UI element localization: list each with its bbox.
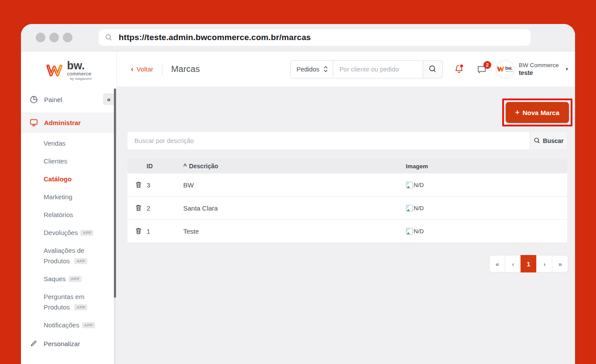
sidebar-item-label: Administrar — [44, 119, 81, 126]
user-name: BW Commerce — [519, 61, 559, 69]
table-row[interactable]: 2 Santa Clara N/D — [127, 197, 567, 220]
sidebar-item-clientes[interactable]: Clientes — [44, 156, 110, 167]
window-control-dot[interactable] — [63, 33, 72, 42]
sidebar-collapse-button[interactable]: « — [103, 93, 115, 105]
sidebar: bw. commerce by magazord « Painel — [21, 51, 117, 364]
sidebar-nav: Painel Administrar Vendas Clientes — [21, 94, 116, 349]
app-badge: APP — [74, 258, 87, 264]
row-description: Teste — [183, 228, 406, 235]
messages-button[interactable]: 2 — [476, 64, 487, 75]
row-image: N/D — [406, 204, 567, 212]
sidebar-item-label: Personalizar — [44, 340, 80, 347]
sidebar-item-personalizar[interactable]: Personalizar — [21, 338, 116, 349]
search-icon — [534, 137, 540, 144]
pagination: « ‹ 1 › » — [489, 255, 568, 272]
image-alt-text: N/D — [414, 205, 424, 211]
pagination-next-button[interactable]: › — [536, 255, 552, 272]
sidebar-item-saques[interactable]: SaquesAPP — [44, 274, 110, 284]
delete-button[interactable] — [135, 228, 142, 235]
logo-main-text: bw. — [67, 60, 91, 71]
avatar-logo-text: bw. — [505, 66, 514, 71]
chevron-down-icon[interactable]: ▾ — [565, 66, 568, 72]
brand-search-input[interactable] — [127, 132, 530, 150]
sidebar-item-devolucoes[interactable]: DevoluçõesAPP — [44, 228, 110, 238]
broken-image-icon — [406, 228, 413, 235]
row-image: N/D — [406, 181, 567, 189]
page-title: Marcas — [171, 64, 200, 74]
back-label: Voltar — [137, 65, 153, 73]
sidebar-item-notificacoes[interactable]: NotificaçõesAPP — [44, 320, 110, 330]
sidebar-item-perguntas-em-produtos[interactable]: Perguntas em Produtos APP — [44, 292, 110, 313]
brand-w-icon — [46, 64, 63, 77]
divider — [162, 64, 162, 75]
row-description: Santa Clara — [183, 204, 406, 212]
orders-search-input[interactable] — [333, 60, 423, 78]
image-alt-text: N/D — [414, 182, 424, 188]
delete-button[interactable] — [135, 204, 142, 211]
sidebar-item-label: Vendas — [44, 139, 65, 147]
app-badge: APP — [69, 276, 82, 282]
user-menu[interactable]: BW Commerce teste — [519, 61, 559, 77]
pagination-last-button[interactable]: » — [552, 255, 568, 272]
column-header-id[interactable]: ID — [147, 163, 183, 170]
sidebar-item-relatorios[interactable]: Relatórios — [44, 210, 110, 220]
pie-chart-icon — [30, 95, 38, 104]
brand-search-bar: Buscar — [127, 132, 567, 150]
pencil-icon — [30, 340, 38, 347]
select-value: Pedidos — [297, 66, 319, 73]
search-type-select[interactable]: Pedidos — [290, 60, 333, 78]
sidebar-item-label: Devoluções — [44, 229, 78, 236]
trash-icon — [135, 204, 142, 211]
delete-button[interactable] — [135, 181, 142, 188]
plus-icon: + — [515, 108, 520, 117]
nova-marca-button[interactable]: + Nova Marca — [506, 102, 569, 123]
sidebar-item-label: Marketing — [44, 193, 72, 201]
table-row[interactable]: 1 Teste N/D — [127, 220, 567, 243]
back-link[interactable]: ‹ Voltar — [131, 65, 153, 73]
pagination-first-button[interactable]: « — [489, 255, 505, 272]
table-row[interactable]: 3 BW N/D — [127, 173, 567, 197]
window-control-dot[interactable] — [36, 33, 45, 42]
sidebar-item-label: Notificações — [44, 321, 79, 329]
buscar-button[interactable]: Buscar — [530, 132, 567, 150]
sidebar-item-avaliacoes-de-produtos[interactable]: Avaliações de Produtos APP — [44, 245, 110, 266]
window-control-dot[interactable] — [49, 33, 59, 42]
trash-icon — [135, 181, 142, 188]
sidebar-item-label: Painel — [44, 96, 62, 103]
url-text: https://teste.admin.bwcommerce.com.br/ma… — [119, 33, 311, 42]
pagination-prev-button[interactable]: ‹ — [505, 255, 521, 272]
browser-window: https://teste.admin.bwcommerce.com.br/ma… — [21, 24, 575, 364]
buscar-label: Buscar — [543, 137, 563, 144]
url-bar[interactable]: https://teste.admin.bwcommerce.com.br/ma… — [99, 29, 531, 46]
user-avatar[interactable]: bw. commerce — [496, 60, 514, 78]
broken-image-icon — [406, 181, 413, 189]
brands-table: ID ^Descrição Imagem 3 BW — [127, 159, 567, 243]
broken-image-icon — [406, 204, 413, 212]
orders-search-button[interactable] — [423, 60, 443, 78]
sidebar-scrollbar[interactable] — [114, 88, 116, 364]
sidebar-item-marketing[interactable]: Marketing — [44, 192, 110, 202]
app-badge: APP — [82, 322, 95, 328]
sort-asc-icon: ^ — [183, 163, 187, 170]
sidebar-item-vendas[interactable]: Vendas — [44, 138, 110, 149]
avatar-logo-subtext: commerce — [505, 71, 514, 72]
scrollbar-thumb[interactable] — [114, 88, 116, 298]
column-header-descricao[interactable]: ^Descrição — [183, 163, 406, 170]
sidebar-item-painel[interactable]: Painel — [21, 94, 116, 105]
pagination-page-1-button[interactable]: 1 — [521, 255, 537, 272]
notifications-button[interactable] — [453, 64, 465, 75]
app-badge: APP — [74, 304, 87, 310]
app-topbar: ‹ Voltar Marcas Pedidos — [117, 51, 575, 87]
sidebar-item-catalogo[interactable]: Catálogo — [44, 174, 110, 184]
sort-arrows-icon — [324, 66, 328, 72]
sidebar-item-administrar[interactable]: Administrar — [21, 112, 116, 133]
column-header-imagem: Imagem — [406, 163, 567, 170]
trash-icon — [135, 228, 142, 235]
sidebar-item-label: Catálogo — [44, 175, 72, 183]
app-logo[interactable]: bw. commerce by magazord — [21, 51, 116, 89]
search-icon — [105, 34, 113, 41]
app-badge: APP — [80, 230, 93, 236]
chevron-left-icon: ‹ — [131, 65, 134, 73]
image-alt-text: N/D — [414, 228, 424, 235]
messages-badge: 2 — [483, 61, 491, 69]
